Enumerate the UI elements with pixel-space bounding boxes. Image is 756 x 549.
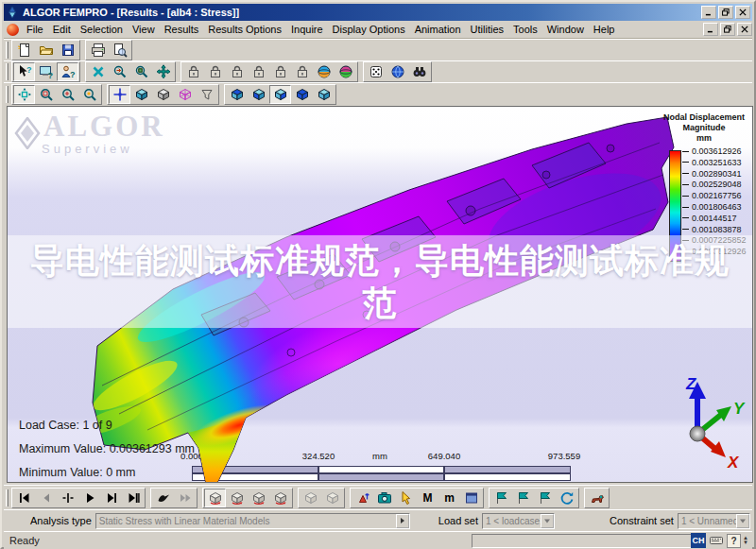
menu-item-results[interactable]: Results [160, 22, 204, 37]
menu-item-utilities[interactable]: Utilities [466, 22, 508, 37]
analysis-type-combo[interactable]: Static Stress with Linear Material Model… [95, 513, 410, 529]
language-options-icon[interactable]: ▲▼ [743, 536, 748, 545]
view-front-button[interactable] [248, 85, 269, 104]
menu-item-tools[interactable]: Tools [508, 22, 542, 37]
constraint-set-combo[interactable]: 1 < Unnamed > [678, 513, 750, 529]
menu-item-window[interactable]: Window [542, 22, 589, 37]
inquire-display-button[interactable]: ? [35, 62, 57, 81]
close-button[interactable] [735, 6, 750, 19]
animate-mode-4-button[interactable] [269, 489, 291, 507]
ghost-previous-button[interactable] [300, 489, 321, 507]
view-isometric-button[interactable] [226, 85, 248, 104]
inquire-cursor-button[interactable]: ? [13, 62, 35, 81]
mdi-minimize-button[interactable] [703, 23, 718, 36]
load-set-label: Load set [438, 515, 478, 526]
zoom-selection-button[interactable] [109, 62, 130, 81]
mdi-restore-button[interactable] [720, 23, 735, 36]
inquire-entity-button[interactable]: ? [57, 62, 78, 81]
new-file-button[interactable] [13, 41, 35, 60]
animate-mode-2-button[interactable] [226, 489, 248, 507]
detach-animation-button[interactable] [152, 489, 174, 507]
load-set-combo[interactable]: 1 < loadcase1 > [482, 513, 555, 529]
select-faces-button[interactable] [226, 62, 248, 81]
export-result-2-button[interactable] [512, 489, 534, 507]
shaded-view-button[interactable] [130, 85, 152, 104]
view-top-button[interactable] [269, 85, 291, 104]
menu-item-results-options[interactable]: Results Options [203, 22, 286, 37]
load-case-marker-button[interactable] [57, 489, 78, 507]
zoom-in-button[interactable] [57, 85, 78, 104]
menu-item-view[interactable]: View [128, 22, 160, 37]
zoom-fit-button[interactable] [13, 85, 35, 104]
previous-load-case-button[interactable] [35, 489, 57, 507]
select-world-button[interactable] [387, 62, 408, 81]
capture-image-button[interactable] [373, 489, 395, 507]
menu-item-animation[interactable]: Animation [410, 22, 466, 37]
menu-item-edit[interactable]: Edit [48, 22, 76, 37]
language-indicator[interactable]: CH [691, 533, 706, 548]
mdi-close-button[interactable] [737, 23, 752, 36]
last-load-case-button[interactable] [122, 489, 144, 507]
show-minimum-button[interactable]: m [438, 489, 460, 507]
find-button[interactable] [408, 62, 430, 81]
report-window-button[interactable] [460, 489, 482, 507]
export-result-3-button[interactable] [534, 489, 556, 507]
menu-item-display-options[interactable]: Display Options [328, 22, 410, 37]
show-axes-button[interactable] [109, 85, 130, 104]
select-vertices-button[interactable] [182, 62, 204, 81]
displaced-shape-icon [355, 490, 370, 506]
load-set-dropdown-button[interactable] [541, 514, 554, 528]
select-edges-button[interactable] [204, 62, 226, 81]
first-load-case-button[interactable] [13, 489, 35, 507]
zoom-entity-button[interactable] [130, 62, 152, 81]
next-load-case-button[interactable] [100, 489, 122, 507]
ghost-next-button[interactable] [321, 489, 343, 507]
probe-result-button[interactable] [395, 489, 417, 507]
analysis-type-expand-button[interactable] [396, 514, 409, 528]
select-elements-icon [295, 64, 310, 79]
select-elements-button[interactable] [291, 62, 313, 81]
select-surfaces-button[interactable] [269, 62, 291, 81]
view-back-button[interactable] [313, 85, 335, 104]
save-file-icon [60, 43, 76, 58]
filter-display-button[interactable] [196, 85, 217, 104]
language-help-button[interactable]: ? [727, 534, 741, 548]
zoom-window-button[interactable] [35, 85, 57, 104]
deselect-all-button[interactable] [87, 62, 109, 81]
minimize-button[interactable] [701, 6, 716, 19]
fast-forward-button[interactable] [174, 489, 196, 507]
view-right-button[interactable] [291, 85, 313, 104]
solid-view-button[interactable] [152, 85, 174, 104]
save-file-button[interactable] [57, 41, 78, 60]
print-button[interactable] [87, 41, 109, 60]
menu-item-help[interactable]: Help [589, 22, 620, 37]
restore-button[interactable] [718, 6, 733, 19]
title-bar: ALGOR FEMPRO - [Results - [alb4 : Stress… [4, 4, 752, 21]
results-viewport[interactable]: 0.000324.520mm649.040973.559 [7, 106, 753, 483]
legend-title-line: Nodal Displacement [656, 112, 752, 123]
export-result-1-button[interactable] [490, 489, 512, 507]
select-parts-button[interactable] [248, 62, 269, 81]
displaced-shape-button[interactable] [352, 489, 373, 507]
animate-mode-3-button[interactable] [248, 489, 269, 507]
menu-item-inquire[interactable]: Inquire [286, 22, 328, 37]
animate-mode-1-button[interactable] [204, 489, 226, 507]
legend-title-line: mm [656, 133, 752, 144]
animation-export-button[interactable] [586, 489, 608, 507]
print-preview-button[interactable] [109, 41, 130, 60]
menu-item-file[interactable]: File [22, 22, 48, 37]
show-maximum-button[interactable]: M [417, 489, 438, 507]
refresh-results-button[interactable] [556, 489, 577, 507]
play-animation-button[interactable] [78, 489, 100, 507]
constraint-set-dropdown-button[interactable] [736, 514, 749, 528]
pan-view-button[interactable] [152, 62, 174, 81]
keyboard-icon[interactable] [708, 533, 725, 548]
select-random-button[interactable] [365, 62, 387, 81]
scale-segment [192, 466, 318, 473]
zoom-previous-button[interactable] [78, 85, 100, 104]
select-circle-button[interactable] [335, 62, 356, 81]
open-file-button[interactable] [35, 41, 57, 60]
select-sphere-button[interactable] [313, 62, 335, 81]
mesh-view-button[interactable] [174, 85, 196, 104]
menu-item-selection[interactable]: Selection [76, 22, 128, 37]
